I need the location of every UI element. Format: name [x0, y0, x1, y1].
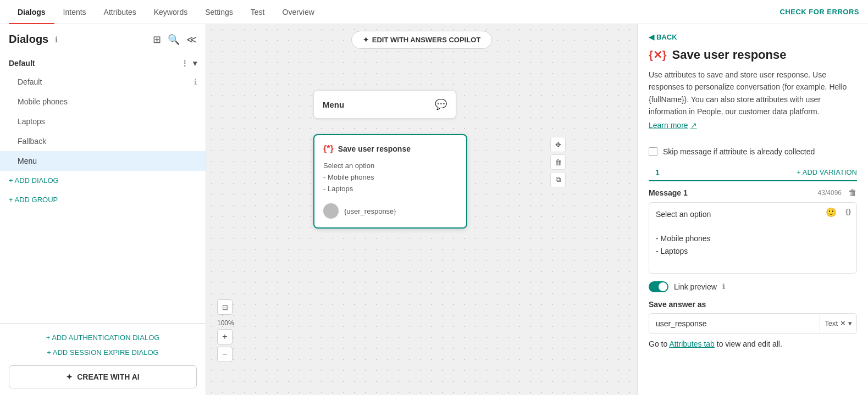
sidebar-item-default[interactable]: Default ℹ — [0, 72, 206, 92]
message-controls: 43/4096 🗑 — [818, 188, 857, 198]
copy-button[interactable]: ⧉ — [550, 172, 566, 187]
create-btn-label: CREATE WITH AI — [77, 372, 140, 381]
grid-icon[interactable]: ⊞ — [153, 34, 161, 46]
canvas: ✦ EDIT WITH ANSWERS COPILOT Menu 💬 {*} S… — [206, 24, 637, 395]
delete-button[interactable]: 🗑 — [550, 154, 566, 170]
sidebar-title: Dialogs — [9, 33, 48, 46]
back-button[interactable]: ◀ BACK — [649, 33, 857, 41]
tab-intents[interactable]: Intents — [54, 0, 95, 24]
save-card-body: Select an option- Mobile phones- Laptops — [323, 160, 457, 194]
tab-attributes[interactable]: Attributes — [95, 0, 145, 24]
sidebar-item-label: Default — [18, 77, 42, 86]
save-answer-input[interactable] — [649, 314, 820, 333]
sidebar-icons: ⊞ 🔍 ≪ — [153, 34, 197, 46]
card-actions: ✥ 🗑 ⧉ — [550, 137, 566, 187]
variation-tab-1[interactable]: 1 — [649, 165, 666, 181]
add-auth-dialog-link[interactable]: + ADD AUTHENTICATION DIALOG — [9, 330, 197, 345]
zoom-in-button[interactable]: + — [217, 329, 233, 344]
link-preview-label: Link preview — [674, 282, 717, 291]
sidebar-item-fallback[interactable]: Fallback — [0, 131, 206, 151]
tab-overview[interactable]: Overview — [274, 0, 323, 24]
skip-message-checkbox[interactable] — [649, 147, 657, 156]
variation-tabs: 1 + ADD VARIATION — [649, 165, 857, 181]
fit-to-screen-button[interactable]: ⊡ — [217, 299, 233, 315]
variable-button[interactable]: {} — [845, 207, 851, 215]
add-dialog-link[interactable]: + ADD DIALOG — [0, 171, 206, 190]
tab-test[interactable]: Test — [242, 0, 274, 24]
back-arrow-icon: ◀ — [649, 33, 654, 41]
sidebar-item-label: Laptops — [18, 117, 45, 126]
sidebar-content: Default ⋮ ▾ Default ℹ Mobile phones Lapt… — [0, 50, 206, 323]
link-preview-toggle[interactable] — [649, 281, 668, 292]
sidebar-group-default[interactable]: Default ⋮ ▾ — [0, 54, 206, 72]
avatar-text: {user_response} — [344, 207, 396, 215]
search-icon[interactable]: 🔍 — [168, 34, 180, 46]
skip-message-row: Skip message if attribute is already col… — [649, 147, 857, 156]
avatar — [323, 203, 339, 219]
sidebar-item-label: Menu — [18, 157, 37, 165]
char-count: 43/4096 — [818, 189, 842, 197]
message-text: Select an option - Mobile phones - Lapto… — [656, 208, 850, 258]
sidebar-item-mobile-phones[interactable]: Mobile phones — [0, 92, 206, 112]
save-card-text: Select an option- Mobile phones- Laptops — [323, 162, 374, 193]
add-group-link[interactable]: + ADD GROUP — [0, 190, 206, 209]
sidebar: Dialogs ℹ ⊞ 🔍 ≪ Default ⋮ ▾ Default ℹ Mo… — [0, 24, 206, 395]
sidebar-item-label: Mobile phones — [18, 97, 68, 106]
learn-more-link[interactable]: Learn more ↗ — [649, 121, 697, 130]
add-session-dialog-link[interactable]: + ADD SESSION EXPIRE DIALOG — [9, 345, 197, 360]
sidebar-header: Dialogs ℹ ⊞ 🔍 ≪ — [0, 24, 206, 50]
clear-icon[interactable]: ✕ — [840, 319, 846, 327]
link-preview-info-icon: ℹ — [722, 282, 725, 291]
chat-icon: 💬 — [435, 98, 447, 110]
link-preview-row: Link preview ℹ — [649, 281, 857, 292]
sidebar-item-laptops[interactable]: Laptops — [0, 112, 206, 131]
zoom-controls: ⊡ 100% + − — [217, 299, 234, 362]
emoji-button[interactable]: 🙂 — [826, 207, 837, 218]
tab-settings[interactable]: Settings — [196, 0, 242, 24]
ai-star-icon: ✦ — [66, 372, 73, 381]
menu-card[interactable]: Menu 💬 — [313, 90, 456, 119]
tab-dialogs[interactable]: Dialogs — [9, 0, 54, 24]
group-chevron-icon[interactable]: ▾ — [193, 59, 197, 68]
dropdown-icon[interactable]: ▾ — [848, 319, 852, 327]
skip-message-label: Skip message if attribute is already col… — [663, 147, 815, 156]
zoom-level: 100% — [217, 319, 234, 327]
save-answer-type[interactable]: Text ✕ ▾ — [820, 314, 856, 333]
panel-title: Save user response — [672, 48, 787, 62]
group-label: Default — [9, 59, 35, 68]
sidebar-item-label: Fallback — [18, 137, 46, 146]
attributes-tab-link[interactable]: Attributes tab — [669, 340, 715, 348]
canvas-top-bar: ✦ EDIT WITH ANSWERS COPILOT — [206, 24, 637, 55]
info-icon: ℹ — [55, 35, 58, 44]
copilot-button[interactable]: ✦ EDIT WITH ANSWERS COPILOT — [351, 31, 492, 49]
group-options-icon[interactable]: ⋮ — [181, 59, 189, 68]
main-layout: Dialogs ℹ ⊞ 🔍 ≪ Default ⋮ ▾ Default ℹ Mo… — [0, 24, 868, 395]
attributes-link-row: Go to Attributes tab to view and edit al… — [649, 340, 857, 348]
copilot-icon: ✦ — [363, 36, 369, 44]
add-variation-button[interactable]: + ADD VARIATION — [797, 168, 857, 176]
create-with-ai-button[interactable]: ✦ CREATE WITH AI — [9, 365, 197, 388]
info-icon: ℹ — [194, 77, 197, 86]
message-label-text: Message 1 — [649, 188, 688, 197]
tab-keywords[interactable]: Keywords — [145, 0, 196, 24]
right-panel: ◀ BACK {✕} Save user response Use attrib… — [637, 24, 868, 395]
zoom-out-button[interactable]: − — [217, 347, 233, 362]
check-errors-button[interactable]: CHECK FOR ERRORS — [779, 8, 859, 16]
move-button[interactable]: ✥ — [550, 137, 566, 152]
save-card-title: Save user response — [338, 144, 411, 153]
sidebar-item-menu[interactable]: Menu — [0, 151, 206, 171]
save-card-avatar: {user_response} — [323, 203, 457, 219]
back-label: BACK — [656, 33, 677, 41]
copilot-label: EDIT WITH ANSWERS COPILOT — [372, 36, 480, 44]
panel-description: Use attributes to save and store user re… — [649, 69, 857, 118]
message-label-row: Message 1 43/4096 🗑 — [649, 188, 857, 198]
panel-variable-icon: {✕} — [649, 48, 667, 62]
message-delete-button[interactable]: 🗑 — [848, 188, 857, 198]
right-panel-inner: ◀ BACK {✕} Save user response Use attrib… — [638, 24, 868, 357]
attributes-suffix: to view and edit all. — [717, 340, 782, 348]
save-card-header: {*} Save user response — [323, 144, 457, 154]
save-response-card[interactable]: {*} Save user response Select an option-… — [313, 134, 467, 229]
collapse-icon[interactable]: ≪ — [186, 34, 197, 46]
panel-title-row: {✕} Save user response — [649, 48, 857, 62]
message-textarea[interactable]: Select an option - Mobile phones - Lapto… — [649, 202, 857, 274]
